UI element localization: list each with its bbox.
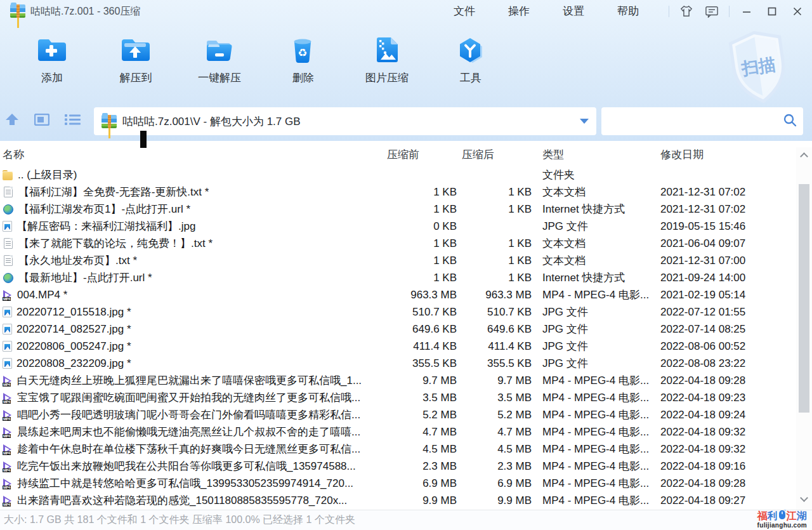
modified-date-cell: 2022-04-18 09:24 — [660, 409, 796, 421]
toolbar: 添加 解压到 一键解压 — [10, 27, 513, 100]
file-type-cell: 文件夹 — [537, 168, 660, 182]
modified-date-cell: 2019-05-15 15:46 — [660, 220, 796, 233]
skin-shirt-icon[interactable] — [678, 3, 695, 20]
modified-date-cell: 2021-06-04 09:07 — [660, 237, 796, 250]
file-name-cell: MP4 出来踏青吧喜欢这种若隐若现的感觉_1501180885835595778… — [0, 493, 386, 508]
search-input[interactable] — [608, 107, 783, 135]
file-name-cell: 20220808_232209.jpg * — [0, 357, 386, 370]
modified-date-cell: 2022-04-18 09:27 — [660, 494, 796, 507]
jpg-file-icon — [3, 341, 12, 352]
table-row[interactable]: 【福利江湖】全免费-无套路-更新快.txt * 1 KB 1 KB 文本文档 2… — [0, 183, 812, 201]
size-after-cell: 649.6 KB — [462, 323, 537, 336]
file-name-cell: MP4 持续监工中就是转悠哈哈更多可私信哦_139953305235997491… — [0, 476, 386, 491]
menu-operation[interactable]: 操作 — [499, 0, 539, 23]
delete-button[interactable]: ♻ 删除 — [261, 27, 345, 100]
table-row[interactable]: 20220808_232209.jpg * 355.5 KB 355.5 KB … — [0, 355, 812, 372]
table-row[interactable]: MP4 宝宝饿了呢跟闺蜜吃碗面吧闺蜜又开始拍我的无缝肉丝了更多可私信哦... 3… — [0, 389, 812, 406]
table-row[interactable]: MP4 晨练起来吧周末也不能偷懒哦无缝油亮黑丝让几个叔叔不舍的走了嘻嘻... 4… — [0, 423, 812, 441]
table-row[interactable]: MP4 白天无缝肉丝上班晚上狐狸尾巴就漏出来了嘻嘻保密哦更多可私信哦_1... … — [0, 372, 812, 389]
tools-button[interactable]: 工具 — [429, 27, 513, 100]
mp4-file-icon: MP4 — [3, 375, 13, 387]
table-row[interactable]: MP4 吃完午饭出来放鞭炮吧我在公共阳台等你哦更多可私信哦_135974588.… — [0, 458, 812, 475]
table-row[interactable]: .. (上级目录) 文件夹 — [0, 166, 812, 183]
table-row[interactable]: MP4 持续监工中就是转悠哈哈更多可私信哦_139953305235997491… — [0, 475, 812, 492]
modified-date-cell: 2022-04-18 09:28 — [660, 477, 796, 490]
image-compress-button[interactable]: 图片压缩 — [345, 27, 429, 100]
modified-date-cell: 2022-07-14 08:25 — [660, 323, 796, 336]
table-row[interactable]: MP4 趁着中午休息时在单位楼下荡秋千真的好爽哦今日无缝黑丝更多可私信... 4… — [0, 441, 812, 458]
mp4-file-icon: MP4 — [3, 409, 13, 421]
size-before-cell: 649.6 KB — [386, 323, 462, 336]
file-name-cell: MP4 晨练起来吧周末也不能偷懒哦无缝油亮黑丝让几个叔叔不舍的走了嘻嘻... — [0, 425, 386, 439]
window-title: 咕咕咕.7z.001 - 360压缩 — [30, 5, 140, 18]
table-row[interactable]: 【最新地址】-点此打开.url * 1 KB 1 KB Internet 快捷方… — [0, 269, 812, 286]
size-before-cell: 5.2 MB — [386, 409, 462, 421]
list-view-icon[interactable] — [65, 114, 81, 128]
column-header-date[interactable]: 修改日期 — [660, 147, 796, 162]
watermark-char: 湖 — [797, 511, 807, 521]
column-header-type[interactable]: 类型 — [537, 147, 660, 162]
file-name-cell: 20220712_015518.jpg * — [0, 306, 386, 319]
txt-file-icon — [4, 255, 13, 266]
size-after-cell: 1 KB — [462, 237, 537, 250]
table-row[interactable]: 【解压密码：来福利江湖找福利】.jpg 0 KB JPG 文件 2019-05-… — [0, 218, 812, 235]
mp4-file-icon: MP4 — [3, 444, 13, 455]
file-name-cell: MP4 唱吧小秀一段吧透明玻璃门呢小哥哥会在门外偷看吗嘻嘻更多精彩私信... — [0, 407, 386, 422]
table-row[interactable]: 20220714_082527.jpg * 649.6 KB 649.6 KB … — [0, 321, 812, 338]
address-bar[interactable]: 咕咕咕.7z.001\V - 解包大小为 1.7 GB — [94, 107, 596, 135]
file-name-cell: 【福利江湖发布页1】-点此打开.url * — [0, 202, 386, 216]
column-header-name[interactable]: 名称 — [0, 147, 386, 162]
table-row[interactable]: 【福利江湖发布页1】-点此打开.url * 1 KB 1 KB Internet… — [0, 201, 812, 218]
table-row[interactable]: 20220712_015518.jpg * 510.7 KB 510.7 KB … — [0, 303, 812, 321]
column-header-before[interactable]: 压缩前 — [386, 147, 462, 162]
minimize-button[interactable] — [738, 3, 755, 20]
table-row[interactable]: MP4 唱吧小秀一段吧透明玻璃门呢小哥哥会在门外偷看吗嘻嘻更多精彩私信... 5… — [0, 406, 812, 423]
menu-help[interactable]: 帮助 — [608, 0, 648, 23]
size-before-cell: 2.3 MB — [386, 460, 462, 473]
size-before-cell: 9.9 MB — [386, 494, 462, 507]
table-row[interactable]: 20220806_005247.jpg * 411.4 KB 411.4 KB … — [0, 338, 812, 355]
size-before-cell: 4.7 MB — [386, 426, 462, 439]
table-row[interactable]: MP4 004.MP4 * 963.3 MB 963.3 MB MP4 - MP… — [0, 286, 812, 303]
address-row: 咕咕咕.7z.001\V - 解包大小为 1.7 GB — [0, 102, 812, 141]
extract-to-button[interactable]: 解压到 — [94, 27, 178, 100]
maximize-button[interactable] — [764, 3, 780, 20]
size-after-cell: 5.2 MB — [462, 409, 537, 421]
tools-hexagon-icon — [455, 36, 487, 65]
modified-date-cell: 2021-12-31 07:02 — [660, 186, 796, 199]
scroll-down-icon[interactable] — [800, 494, 808, 502]
up-directory-icon[interactable] — [5, 113, 19, 128]
table-row[interactable]: MP4 出来踏青吧喜欢这种若隐若现的感觉_1501180885835595778… — [0, 492, 812, 509]
cursor-artifact — [140, 131, 147, 148]
add-button[interactable]: 添加 — [10, 27, 94, 100]
jpg-file-icon — [3, 307, 12, 317]
file-name: 出来踏青吧喜欢这种若隐若现的感觉_1501180885835595778_720… — [17, 493, 347, 508]
jpg-file-icon — [3, 358, 12, 369]
scroll-up-icon[interactable] — [800, 152, 808, 161]
scan-badge[interactable]: 扫描 — [722, 27, 795, 109]
feedback-icon[interactable] — [704, 3, 720, 20]
scrollbar-thumb[interactable] — [799, 184, 809, 413]
size-after-cell: 411.4 KB — [462, 340, 537, 353]
size-after-cell: 3.5 MB — [462, 392, 537, 404]
modified-date-cell: 2021-12-31 07:02 — [660, 203, 796, 216]
address-dropdown-icon[interactable] — [580, 119, 589, 124]
search-icon[interactable] — [783, 113, 797, 129]
watermark-char: 江 — [787, 511, 797, 521]
preview-pane-icon[interactable] — [34, 114, 49, 128]
one-click-extract-button[interactable]: 一键解压 — [178, 27, 261, 100]
close-button[interactable] — [789, 3, 806, 20]
column-header-after[interactable]: 压缩后 — [462, 147, 537, 162]
table-row[interactable]: 【来了就能下载的论坛，纯免费！】.txt * 1 KB 1 KB 文本文档 20… — [0, 235, 812, 252]
menu-settings[interactable]: 设置 — [553, 0, 594, 23]
menu-file[interactable]: 文件 — [444, 0, 485, 23]
file-type-cell: MP4 - MPEG-4 电影... — [537, 407, 660, 422]
file-name: 吃完午饭出来放鞭炮吧我在公共阳台等你哦更多可私信哦_135974588... — [17, 459, 356, 474]
jpg-file-icon — [3, 221, 12, 232]
svg-text:♻: ♻ — [298, 47, 307, 59]
jpg-file-icon — [3, 324, 12, 335]
table-row[interactable]: 【永久地址发布页】.txt * 1 KB 1 KB 文本文档 2021-12-3… — [0, 252, 812, 269]
watermark-char: 利 — [768, 511, 778, 521]
file-type-cell: JPG 文件 — [537, 356, 660, 371]
file-name-cell: 【福利江湖】全免费-无套路-更新快.txt * — [0, 185, 386, 199]
